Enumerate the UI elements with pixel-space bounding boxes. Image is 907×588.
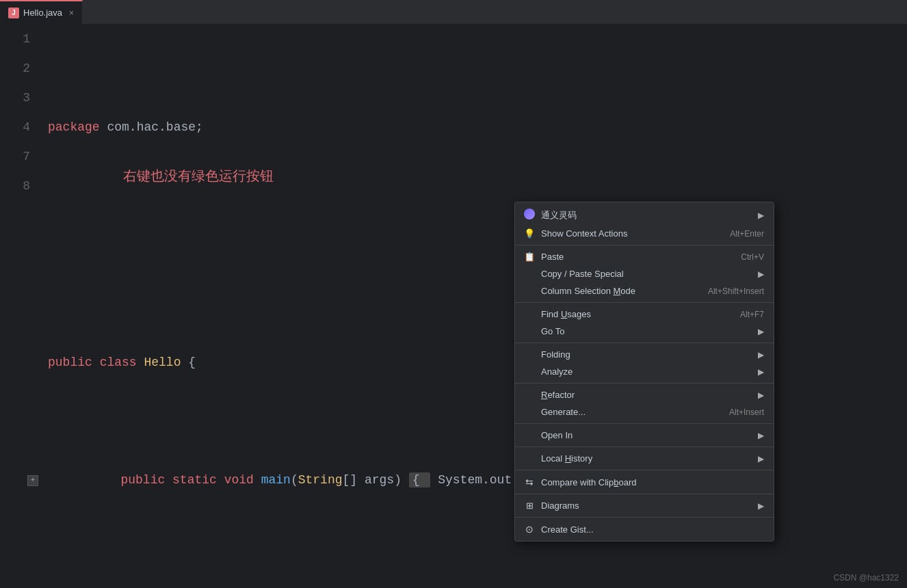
github-icon: ⊙: [523, 524, 536, 535]
menu-label-diagrams: Diagrams: [541, 500, 579, 511]
menu-label-paste: Paste: [541, 252, 564, 262]
separator-7: [515, 470, 774, 470]
menu-item-go-to[interactable]: Go To ▶: [515, 323, 774, 340]
menu-label-context-actions: Show Context Actions: [541, 228, 627, 239]
separator-3: [515, 343, 774, 343]
line-num-2: 2: [0, 54, 30, 83]
arrow-icon-local-history: ▶: [758, 454, 764, 464]
shortcut-paste: Ctrl+V: [741, 252, 764, 262]
arrow-icon-tongyi: ▶: [758, 211, 764, 220]
menu-item-generate[interactable]: Generate... Alt+Insert: [515, 403, 774, 420]
compare-icon: ⇆: [523, 477, 536, 487]
menu-item-folding[interactable]: Folding ▶: [515, 346, 774, 363]
menu-item-analyze[interactable]: Analyze ▶: [515, 363, 774, 380]
menu-label-compare-clipboard: Compare with Clipboard: [541, 477, 636, 487]
separator-1: [515, 245, 774, 245]
keyword-class: class: [100, 348, 144, 377]
menu-item-find-usages[interactable]: Find Usages Alt+F7: [515, 306, 774, 323]
arrow-icon-folding: ▶: [758, 350, 764, 360]
brackets: []: [343, 473, 365, 487]
annotation-text: 右键也没有绿色运行按钮: [123, 161, 274, 191]
code-line-2: [41, 230, 907, 260]
menu-label-generate: Generate...: [541, 407, 586, 417]
tab-hello-java[interactable]: J Hello.java ×: [0, 0, 83, 25]
menu-label-create-gist: Create Gist...: [541, 524, 594, 535]
bulb-icon: 💡: [523, 228, 536, 239]
arrow-icon-diagrams: ▶: [758, 501, 764, 511]
menu-label-go-to: Go To: [541, 326, 564, 336]
line-number-gutter: 1 2 3 4 7 8: [0, 25, 41, 588]
code-editor[interactable]: package com.hac.base; public class Hello…: [41, 25, 907, 588]
code-line-7: }: [41, 583, 907, 588]
paren: (: [291, 473, 298, 487]
tab-close-button[interactable]: ×: [69, 8, 74, 18]
menu-item-paste[interactable]: 📋 Paste Ctrl+V: [515, 248, 774, 265]
param: args: [365, 473, 394, 487]
separator-9: [515, 517, 774, 518]
type-string: String: [298, 473, 343, 487]
code-text: com.hac.base;: [107, 113, 202, 142]
code-line-1: package com.hac.base;: [41, 113, 907, 142]
brace-collapse-open: {: [409, 472, 431, 487]
keyword-public: public: [48, 348, 100, 377]
menu-item-copy-paste-special[interactable]: Copy / Paste Special ▶: [515, 265, 774, 282]
line-num-8: 8: [0, 172, 30, 201]
separator-8: [515, 494, 774, 494]
separator-6: [515, 446, 774, 447]
separator-4: [515, 383, 774, 384]
menu-item-create-gist[interactable]: ⊙ Create Gist...: [515, 520, 774, 538]
menu-label-find-usages: Find Usages: [541, 309, 591, 319]
menu-item-show-context-actions[interactable]: 💡 Show Context Actions Alt+Enter: [515, 225, 774, 242]
line-num-1: 1: [0, 25, 30, 54]
arrow-icon-open-in: ▶: [758, 431, 764, 440]
arrow-icon-go-to: ▶: [758, 327, 764, 336]
arrow-icon-refactor: ▶: [758, 390, 764, 400]
menu-item-column-selection[interactable]: Column Selection Mode Alt+Shift+Insert: [515, 282, 774, 299]
menu-label-analyze: Analyze: [541, 366, 573, 377]
diagrams-icon: ⊞: [523, 500, 536, 511]
method-name: main: [261, 473, 291, 487]
menu-label-folding: Folding: [541, 349, 570, 360]
menu-label-tongyi: 通义灵码: [541, 209, 577, 222]
arrow-icon-analyze: ▶: [758, 367, 764, 377]
watermark: CSDN @hac1322: [833, 573, 899, 583]
tab-bar: J Hello.java ×: [0, 0, 907, 25]
menu-item-open-in[interactable]: Open In ▶: [515, 427, 774, 444]
separator-2: [515, 302, 774, 303]
keyword-void: void: [224, 473, 261, 487]
code-line-3: public class Hello {: [41, 348, 907, 377]
brace-open: {: [188, 348, 196, 377]
menu-label-open-in: Open In: [541, 430, 573, 440]
line-num-7: 7: [0, 142, 30, 172]
menu-item-tongyi[interactable]: 通义灵码 ▶: [515, 205, 774, 225]
menu-item-refactor[interactable]: Refactor ▶: [515, 386, 774, 403]
java-file-icon: J: [8, 8, 19, 18]
fold-marker[interactable]: +: [27, 475, 38, 486]
menu-label-refactor: Refactor: [541, 390, 575, 400]
brace-close: }: [48, 583, 55, 588]
keyword-static: static: [172, 473, 224, 487]
line-num-3: 3: [0, 83, 30, 113]
shortcut-column-selection: Alt+Shift+Insert: [708, 286, 764, 296]
context-menu: 通义灵码 ▶ 💡 Show Context Actions Alt+Enter …: [514, 202, 774, 542]
class-name: Hello: [144, 348, 188, 377]
clipboard-icon: 📋: [523, 252, 536, 262]
shortcut-context-actions: Alt+Enter: [730, 229, 764, 239]
tongyi-icon: [523, 209, 536, 222]
paren-close: ): [394, 473, 409, 487]
keyword-package: package: [48, 113, 107, 142]
code-line-4: + public static void main(String[] args)…: [41, 466, 907, 495]
shortcut-find-usages: Alt+F7: [740, 310, 764, 319]
menu-label-local-history: Local History: [541, 453, 592, 464]
menu-item-compare-clipboard[interactable]: ⇆ Compare with Clipboard: [515, 473, 774, 491]
shortcut-generate: Alt+Insert: [729, 407, 764, 417]
menu-item-diagrams[interactable]: ⊞ Diagrams ▶: [515, 497, 774, 514]
menu-label-copy-paste-special: Copy / Paste Special: [541, 269, 624, 279]
line-num-4: 4: [0, 113, 30, 142]
menu-label-column-selection: Column Selection Mode: [541, 286, 635, 296]
tab-label: Hello.java: [23, 8, 62, 18]
separator-5: [515, 423, 774, 424]
arrow-icon-copy-paste: ▶: [758, 269, 764, 279]
keyword-public2: public: [120, 473, 172, 487]
menu-item-local-history[interactable]: Local History ▶: [515, 450, 774, 467]
